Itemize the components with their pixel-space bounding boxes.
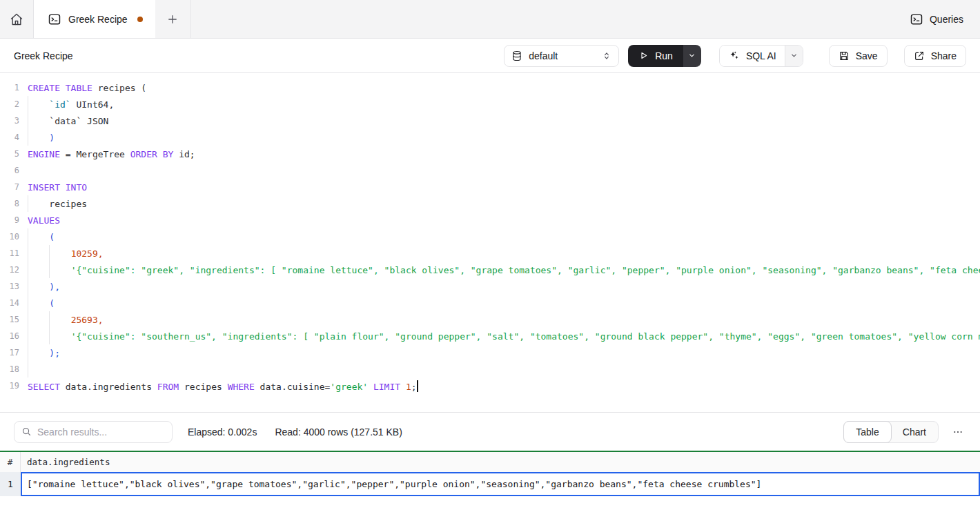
tabbar-spacer bbox=[191, 0, 901, 38]
code-line[interactable]: 16 '{"cuisine": "southern_us", "ingredie… bbox=[0, 328, 980, 344]
code-text: ), bbox=[28, 282, 60, 292]
save-button[interactable]: Save bbox=[829, 45, 888, 67]
code-text: INSERT INTO bbox=[28, 182, 87, 193]
new-tab-button[interactable] bbox=[155, 0, 191, 38]
line-number: 15 bbox=[0, 315, 19, 324]
code-text: SELECT data.ingredients FROM recipes WHE… bbox=[28, 380, 418, 392]
database-select[interactable]: default bbox=[504, 45, 619, 67]
home-button[interactable] bbox=[0, 0, 34, 38]
code-line[interactable]: 19SELECT data.ingredients FROM recipes W… bbox=[0, 377, 980, 394]
code-line[interactable]: 13 ), bbox=[0, 278, 980, 295]
search-results-input[interactable] bbox=[37, 426, 165, 438]
terminal-icon bbox=[48, 12, 61, 26]
results-view-controls: Table Chart bbox=[843, 421, 966, 443]
column-header[interactable]: data.ingredients bbox=[21, 452, 980, 472]
indent-guide bbox=[28, 129, 28, 146]
run-options-button[interactable] bbox=[683, 45, 701, 67]
indent-guide bbox=[49, 262, 50, 278]
queries-button[interactable]: Queries bbox=[901, 7, 972, 31]
line-number: 11 bbox=[0, 248, 19, 258]
code-text: recipes bbox=[28, 199, 87, 209]
read-stat: Read: 4000 rows (127.51 KB) bbox=[275, 426, 402, 438]
line-number: 8 bbox=[0, 199, 19, 208]
sql-ai-button[interactable]: SQL AI bbox=[720, 46, 785, 66]
query-toolbar: Greek Recipe default Run bbox=[0, 39, 980, 73]
code-text: '{"cuisine": "greek", "ingredients": [ "… bbox=[28, 265, 980, 275]
database-name: default bbox=[529, 50, 558, 61]
run-label: Run bbox=[655, 50, 673, 61]
terminal-icon bbox=[910, 12, 923, 26]
code-text: `id` UInt64, bbox=[28, 99, 114, 110]
row-index: 1 bbox=[0, 472, 21, 496]
share-button[interactable]: Share bbox=[904, 45, 966, 67]
code-line[interactable]: 7INSERT INTO bbox=[0, 179, 980, 195]
code-line[interactable]: 6 bbox=[0, 162, 980, 179]
index-column-header: # bbox=[0, 452, 21, 472]
code-text: ENGINE = MergeTree ORDER BY id; bbox=[28, 149, 195, 159]
indent-guide bbox=[28, 228, 28, 245]
indent-guide bbox=[28, 344, 28, 361]
elapsed-stat: Elapsed: 0.002s bbox=[188, 426, 257, 438]
table-cell[interactable]: ["romaine lettuce","black olives","grape… bbox=[21, 472, 980, 496]
line-number: 18 bbox=[0, 364, 19, 374]
line-number: 7 bbox=[0, 182, 19, 192]
code-line[interactable]: 1CREATE TABLE recipes ( bbox=[0, 79, 980, 96]
tab-chart[interactable]: Chart bbox=[891, 422, 938, 442]
tab-table[interactable]: Table bbox=[843, 421, 891, 443]
indent-guide bbox=[28, 295, 28, 311]
indent-guide bbox=[28, 361, 28, 377]
code-line[interactable]: 12 '{"cuisine": "greek", "ingredients": … bbox=[0, 262, 980, 278]
code-text: CREATE TABLE recipes ( bbox=[28, 83, 146, 93]
code-line[interactable]: 4 ) bbox=[0, 129, 980, 146]
queries-label: Queries bbox=[930, 14, 963, 25]
indent-guide bbox=[28, 328, 28, 344]
indent-guide bbox=[28, 112, 28, 129]
results-table-body: 1["romaine lettuce","black olives","grap… bbox=[0, 472, 980, 496]
code-line[interactable]: 10 ( bbox=[0, 228, 980, 245]
updown-chevron-icon bbox=[602, 51, 611, 61]
query-tab[interactable]: Greek Recipe bbox=[34, 0, 155, 38]
results-table: # data.ingredients 1["romaine lettuce","… bbox=[0, 451, 980, 496]
code-line[interactable]: 8 recipes bbox=[0, 195, 980, 212]
code-line[interactable]: 3 `data` JSON bbox=[0, 112, 980, 129]
code-line[interactable]: 15 25693, bbox=[0, 311, 980, 328]
code-line[interactable]: 17 ); bbox=[0, 344, 980, 361]
save-icon bbox=[839, 50, 850, 61]
code-text: VALUES bbox=[28, 215, 60, 226]
line-number: 17 bbox=[0, 348, 19, 357]
code-line[interactable]: 18 bbox=[0, 361, 980, 377]
line-number: 1 bbox=[0, 83, 19, 92]
line-number: 14 bbox=[0, 298, 19, 308]
share-icon bbox=[914, 50, 925, 61]
code-text: 25693, bbox=[28, 315, 104, 325]
view-switcher: Table Chart bbox=[843, 421, 939, 443]
code-line[interactable]: 9VALUES bbox=[0, 212, 980, 228]
code-line[interactable]: 11 10259, bbox=[0, 245, 980, 262]
indent-guide bbox=[28, 311, 28, 328]
chevron-down-icon bbox=[688, 52, 696, 59]
more-options-button[interactable] bbox=[950, 424, 966, 440]
indent-guide bbox=[28, 278, 28, 295]
code-line[interactable]: 5ENGINE = MergeTree ORDER BY id; bbox=[0, 146, 980, 162]
code-line[interactable]: 2 `id` UInt64, bbox=[0, 96, 980, 112]
line-number: 6 bbox=[0, 166, 19, 175]
query-title: Greek Recipe bbox=[14, 50, 73, 61]
sql-ai-split-button: SQL AI bbox=[719, 45, 803, 67]
sparkles-icon bbox=[728, 50, 740, 61]
line-number: 19 bbox=[0, 381, 19, 391]
sql-ai-options-button[interactable] bbox=[785, 46, 803, 66]
play-icon bbox=[638, 50, 649, 61]
code-text: ( bbox=[28, 298, 55, 308]
indent-guide bbox=[28, 262, 28, 278]
results-table-header: # data.ingredients bbox=[0, 452, 980, 472]
line-number: 2 bbox=[0, 99, 19, 109]
code-line[interactable]: 14 ( bbox=[0, 295, 980, 311]
sql-editor[interactable]: 1CREATE TABLE recipes (2 `id` UInt64,3 `… bbox=[0, 73, 980, 412]
table-row[interactable]: 1["romaine lettuce","black olives","grap… bbox=[0, 472, 980, 496]
code-text: ( bbox=[28, 232, 55, 242]
save-label: Save bbox=[856, 50, 878, 61]
run-button[interactable]: Run bbox=[628, 45, 683, 67]
indent-guide bbox=[49, 245, 50, 262]
line-number: 9 bbox=[0, 215, 19, 225]
share-label: Share bbox=[931, 50, 957, 61]
